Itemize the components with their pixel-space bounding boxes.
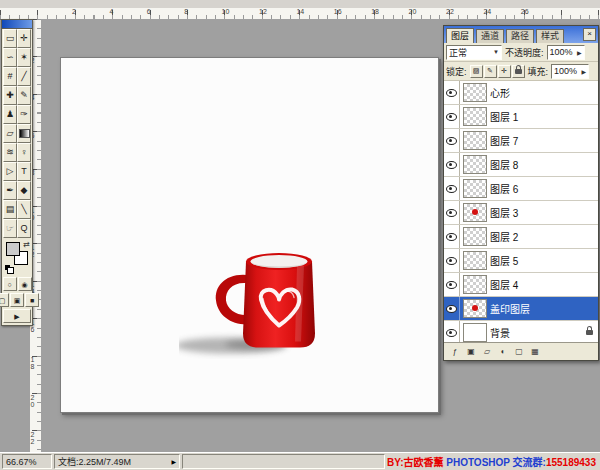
layer-row[interactable]: 图层 5 bbox=[444, 249, 598, 273]
status-message-area bbox=[182, 454, 385, 469]
standard-screen-button[interactable]: ▢ bbox=[0, 293, 9, 307]
layer-name[interactable]: 心形 bbox=[490, 85, 598, 100]
history-brush-tool[interactable]: ✑ bbox=[17, 105, 31, 124]
eraser-tool[interactable]: ▱ bbox=[3, 124, 17, 143]
status-menu-arrow-icon[interactable]: ▶ bbox=[171, 458, 176, 465]
color-swatches: ⇄ bbox=[4, 241, 30, 275]
ruler-top-number: 20 bbox=[409, 8, 417, 15]
close-icon[interactable]: × bbox=[583, 28, 596, 41]
tab-图层[interactable]: 图层 bbox=[446, 28, 474, 43]
toolbox-titlebar[interactable] bbox=[2, 20, 32, 29]
visibility-toggle[interactable] bbox=[444, 105, 460, 128]
eyedropper-tool[interactable]: ╲ bbox=[17, 200, 31, 219]
layers-tabs: 图层通道路径样式 bbox=[446, 28, 583, 43]
layer-row[interactable]: 图层 3 bbox=[444, 201, 598, 225]
ruler-top-number: 26 bbox=[521, 8, 529, 15]
imageready-row: ▶ bbox=[2, 309, 32, 323]
lock-pixels-icon[interactable]: ✎ bbox=[484, 65, 497, 78]
visibility-toggle[interactable] bbox=[444, 81, 460, 104]
type-tool[interactable]: T bbox=[17, 162, 31, 181]
chevron-down-icon: ▼ bbox=[493, 49, 499, 55]
layer-row[interactable]: 图层 7 bbox=[444, 129, 598, 153]
rectangular-marquee-tool[interactable]: ▭ bbox=[3, 29, 17, 48]
crop-tool[interactable]: # bbox=[3, 67, 17, 86]
visibility-toggle[interactable] bbox=[444, 225, 460, 248]
layer-name[interactable]: 图层 1 bbox=[490, 109, 598, 124]
opacity-popup-arrow-icon: ▶ bbox=[577, 49, 582, 56]
default-colors-icon[interactable] bbox=[5, 265, 14, 274]
opacity-input[interactable]: 100% ▶ bbox=[547, 45, 585, 60]
switch-colors-icon[interactable]: ⇄ bbox=[23, 241, 30, 249]
layer-name[interactable]: 图层 7 bbox=[490, 133, 598, 148]
quick-mask-mode-button[interactable]: ◉ bbox=[18, 277, 32, 291]
layer-thumbnail bbox=[463, 155, 487, 174]
shape-tool[interactable]: ◆ bbox=[17, 181, 31, 200]
fullscreen-menubar-button[interactable]: ▣ bbox=[10, 293, 24, 307]
lasso-tool[interactable]: ∽ bbox=[3, 48, 17, 67]
visibility-toggle[interactable] bbox=[444, 153, 460, 176]
brush-tool[interactable]: ✎ bbox=[17, 86, 31, 105]
path-selection-tool[interactable]: ▷ bbox=[3, 162, 17, 181]
clone-stamp-tool[interactable]: ♟ bbox=[3, 105, 17, 124]
notes-tool[interactable]: ▤ bbox=[3, 200, 17, 219]
layer-row[interactable]: 盖印图层 bbox=[444, 297, 598, 321]
hand-tool[interactable]: ☞ bbox=[3, 219, 17, 238]
tab-样式[interactable]: 样式 bbox=[536, 29, 564, 43]
layer-row[interactable]: 图层 2 bbox=[444, 225, 598, 249]
layer-name[interactable]: 图层 5 bbox=[490, 253, 598, 268]
delete-layer-button[interactable]: ▦ bbox=[528, 346, 542, 358]
blur-tool[interactable]: ≋ bbox=[3, 143, 17, 162]
visibility-toggle[interactable] bbox=[444, 297, 460, 320]
layer-row[interactable]: 图层 8 bbox=[444, 153, 598, 177]
layer-name[interactable]: 图层 4 bbox=[490, 277, 598, 292]
layer-row[interactable]: 图层 6 bbox=[444, 177, 598, 201]
layer-set-button[interactable]: ▱ bbox=[480, 346, 494, 358]
zoom-tool[interactable]: Q bbox=[17, 219, 31, 238]
fill-input[interactable]: 100% ▶ bbox=[551, 64, 589, 79]
layer-name[interactable]: 盖印图层 bbox=[490, 301, 598, 316]
layer-name[interactable]: 背景 bbox=[490, 325, 586, 340]
layer-name[interactable]: 图层 3 bbox=[490, 205, 598, 220]
move-tool[interactable]: ✛ bbox=[17, 29, 31, 48]
tab-路径[interactable]: 路径 bbox=[506, 29, 534, 43]
document-canvas[interactable] bbox=[60, 57, 439, 413]
layer-row[interactable]: 心形 bbox=[444, 81, 598, 105]
tab-通道[interactable]: 通道 bbox=[476, 29, 504, 43]
layer-row[interactable]: 图层 4 bbox=[444, 273, 598, 297]
lock-position-icon[interactable]: ✛ bbox=[498, 65, 511, 78]
lock-transparency-icon[interactable]: ▨ bbox=[470, 65, 483, 78]
visibility-toggle[interactable] bbox=[444, 129, 460, 152]
visibility-toggle[interactable] bbox=[444, 321, 460, 342]
layer-row[interactable]: 图层 1 bbox=[444, 105, 598, 129]
layers-panel-header: 图层通道路径样式 × bbox=[444, 26, 598, 43]
layer-name[interactable]: 图层 8 bbox=[490, 157, 598, 172]
layer-name[interactable]: 图层 6 bbox=[490, 181, 598, 196]
standard-mode-button[interactable]: ○ bbox=[3, 277, 17, 291]
ruler-top-number: 4 bbox=[109, 8, 113, 15]
ruler-top-number: 24 bbox=[483, 8, 491, 15]
zoom-level[interactable]: 66.67% bbox=[2, 454, 52, 469]
lock-all-icon[interactable] bbox=[512, 65, 525, 78]
layer-style-button[interactable]: ƒ bbox=[448, 346, 462, 358]
dodge-tool[interactable]: ♀ bbox=[17, 143, 31, 162]
gradient-tool[interactable] bbox=[17, 124, 31, 143]
visibility-toggle[interactable] bbox=[444, 177, 460, 200]
magic-wand-tool[interactable]: ✶ bbox=[17, 48, 31, 67]
ruler-top-number: 18 bbox=[371, 8, 379, 15]
visibility-toggle[interactable] bbox=[444, 201, 460, 224]
jump-to-imageready-button[interactable]: ▶ bbox=[3, 309, 31, 323]
slice-tool[interactable]: ╱ bbox=[17, 67, 31, 86]
credit-part: 155189433 bbox=[546, 457, 596, 468]
layer-row[interactable]: 背景 bbox=[444, 321, 598, 342]
visibility-toggle[interactable] bbox=[444, 273, 460, 296]
layer-name[interactable]: 图层 2 bbox=[490, 229, 598, 244]
blend-mode-select[interactable]: 正常 ▼ bbox=[446, 45, 502, 60]
healing-brush-tool[interactable]: ✚ bbox=[3, 86, 17, 105]
new-layer-button[interactable]: ▢ bbox=[512, 346, 526, 358]
visibility-toggle[interactable] bbox=[444, 249, 460, 272]
fullscreen-button[interactable]: ■ bbox=[25, 293, 39, 307]
foreground-color-swatch[interactable] bbox=[6, 242, 20, 256]
layer-mask-button[interactable]: ▣ bbox=[464, 346, 478, 358]
pen-tool[interactable]: ✒ bbox=[3, 181, 17, 200]
adjustment-layer-button[interactable]: ◐ bbox=[496, 346, 510, 358]
